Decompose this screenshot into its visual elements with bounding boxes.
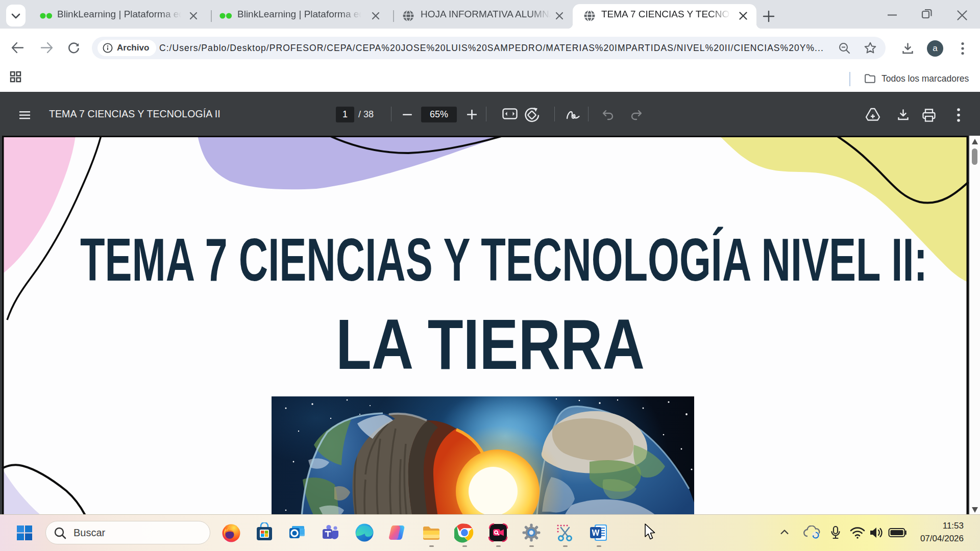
svg-text:LA TIERRA: LA TIERRA [336,304,645,384]
svg-text:TEMA 7 CIENCIAS Y TECNOLOGÍA N: TEMA 7 CIENCIAS Y TECNOLOGÍA NIVEL II: [80,226,927,293]
